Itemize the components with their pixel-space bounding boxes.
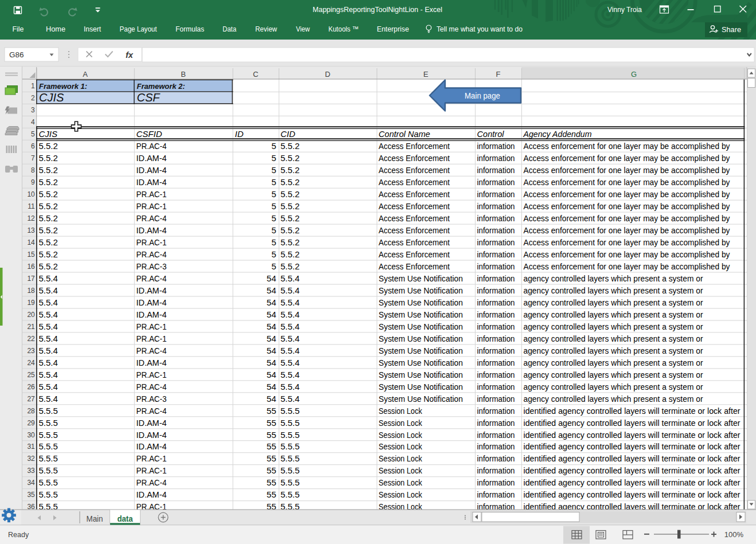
svg-text:ID.AM-4: ID.AM-4 <box>137 490 167 499</box>
svg-text:identified agency controlled l: identified agency controlled layers will… <box>524 490 741 499</box>
svg-text:5.5.2: 5.5.2 <box>280 213 299 223</box>
svg-text:identified agency controlled l: identified agency controlled layers will… <box>524 478 741 487</box>
svg-text:information: information <box>477 322 515 331</box>
svg-text:5: 5 <box>271 225 276 235</box>
svg-text:Access enforcement for one lay: Access enforcement for one layer may be … <box>524 189 730 199</box>
svg-text:B: B <box>181 70 186 79</box>
svg-text:5.5.2: 5.5.2 <box>280 225 299 235</box>
svg-text:information: information <box>477 213 515 223</box>
svg-text:Control: Control <box>477 129 505 139</box>
svg-text:information: information <box>477 141 515 151</box>
svg-text:PR.AC-3: PR.AC-3 <box>137 261 167 271</box>
svg-text:A: A <box>83 70 88 79</box>
svg-text:Session Lock: Session Lock <box>379 406 422 416</box>
svg-text:30: 30 <box>27 431 35 439</box>
svg-text:Formulas: Formulas <box>176 25 204 33</box>
svg-text:information: information <box>477 478 515 487</box>
svg-text:System Use Notification: System Use Notification <box>379 394 463 404</box>
svg-text:Access Enforcement: Access Enforcement <box>379 177 450 187</box>
svg-text:5.5.5: 5.5.5 <box>39 465 58 475</box>
svg-text:information: information <box>477 310 515 319</box>
svg-text:identified agency controlled l: identified agency controlled layers will… <box>524 441 741 451</box>
svg-text:Enterprise: Enterprise <box>377 25 409 33</box>
svg-text:5.5.4: 5.5.4 <box>39 273 58 283</box>
svg-text:Session Lock: Session Lock <box>379 430 422 440</box>
svg-text:5.5.4: 5.5.4 <box>280 322 299 331</box>
svg-text:PR.AC-4: PR.AC-4 <box>137 346 167 355</box>
svg-text:Share: Share <box>722 25 741 34</box>
svg-text:15: 15 <box>27 251 35 259</box>
svg-text:identified agency controlled l: identified agency controlled layers will… <box>524 418 741 428</box>
svg-text:System Use Notification: System Use Notification <box>379 298 463 307</box>
svg-text:Session Lock: Session Lock <box>379 441 422 451</box>
svg-text:23: 23 <box>27 347 35 355</box>
svg-text:5.5.4: 5.5.4 <box>39 370 58 379</box>
svg-text:5.5.5: 5.5.5 <box>39 490 58 499</box>
svg-text:information: information <box>477 249 515 259</box>
svg-text:Session Lock: Session Lock <box>379 418 422 428</box>
svg-text:Framework 1:: Framework 1: <box>39 82 87 91</box>
svg-text:Access enforcement for one lay: Access enforcement for one layer may be … <box>524 225 730 235</box>
svg-text:CJIS: CJIS <box>39 91 64 104</box>
svg-text:Access Enforcement: Access Enforcement <box>379 261 450 271</box>
svg-text:25: 25 <box>27 371 35 379</box>
svg-text:agency controlled layers which: agency controlled layers which present a… <box>524 322 703 331</box>
svg-text:5: 5 <box>271 153 276 163</box>
svg-text:System Use Notification: System Use Notification <box>379 322 463 331</box>
svg-text:5.5.2: 5.5.2 <box>39 177 58 187</box>
svg-text:Session Lock: Session Lock <box>379 465 422 475</box>
svg-text:Tell me what you want to do: Tell me what you want to do <box>437 25 523 33</box>
svg-text:5.5.5: 5.5.5 <box>39 418 58 428</box>
svg-text:PR.AC-4: PR.AC-4 <box>137 406 167 416</box>
svg-text:agency controlled layers which: agency controlled layers which present a… <box>524 285 703 295</box>
svg-text:5.5.4: 5.5.4 <box>39 334 58 343</box>
svg-text:5.5.4: 5.5.4 <box>39 298 58 307</box>
svg-text:Access enforcement for one lay: Access enforcement for one layer may be … <box>524 261 730 271</box>
svg-text:Vinny Troia: Vinny Troia <box>607 5 642 14</box>
svg-text:5.5.4: 5.5.4 <box>280 346 299 355</box>
svg-text:PR.AC-1: PR.AC-1 <box>137 453 167 463</box>
svg-text:5.5.2: 5.5.2 <box>39 189 58 199</box>
svg-text:information: information <box>477 237 515 247</box>
svg-text:5.5.2: 5.5.2 <box>280 177 299 187</box>
svg-text:5.5.5: 5.5.5 <box>280 418 299 428</box>
svg-text:5.5.4: 5.5.4 <box>280 310 299 319</box>
svg-text:ID.AM-4: ID.AM-4 <box>137 153 167 163</box>
svg-text:identified agency controlled l: identified agency controlled layers will… <box>524 430 741 440</box>
svg-text:5.5.4: 5.5.4 <box>280 394 299 404</box>
svg-text:35: 35 <box>27 491 35 499</box>
svg-text:13: 13 <box>27 226 35 234</box>
svg-text:Session Lock: Session Lock <box>379 478 422 487</box>
svg-text:5.5.4: 5.5.4 <box>39 358 58 367</box>
svg-text:CSFID: CSFID <box>137 129 162 139</box>
svg-text:Access enforcement for one lay: Access enforcement for one layer may be … <box>524 213 730 223</box>
svg-text:Access Enforcement: Access Enforcement <box>379 213 450 223</box>
svg-text:5.5.2: 5.5.2 <box>39 237 58 247</box>
svg-text:identified agency controlled l: identified agency controlled layers will… <box>524 406 741 416</box>
svg-text:54: 54 <box>267 370 276 379</box>
svg-text:14: 14 <box>27 238 35 246</box>
svg-text:information: information <box>477 201 515 211</box>
svg-text:information: information <box>477 490 515 499</box>
svg-text:Access Enforcement: Access Enforcement <box>379 249 450 259</box>
svg-text:Access Enforcement: Access Enforcement <box>379 225 450 235</box>
svg-text:System Use Notification: System Use Notification <box>379 273 463 283</box>
svg-text:55: 55 <box>267 430 276 440</box>
svg-text:54: 54 <box>267 382 276 392</box>
svg-text:PR.AC-1: PR.AC-1 <box>137 237 167 247</box>
svg-text:5.5.2: 5.5.2 <box>39 249 58 259</box>
svg-text:Access enforcement for one lay: Access enforcement for one layer may be … <box>524 153 730 163</box>
svg-text:information: information <box>477 298 515 307</box>
svg-text:Main: Main <box>87 514 103 523</box>
svg-text:View: View <box>296 25 310 33</box>
svg-text:agency controlled layers which: agency controlled layers which present a… <box>524 382 703 392</box>
svg-text:21: 21 <box>27 323 35 331</box>
svg-text:54: 54 <box>267 310 276 319</box>
svg-text:information: information <box>477 273 515 283</box>
svg-text:agency controlled layers which: agency controlled layers which present a… <box>524 310 703 319</box>
svg-text:PR.AC-4: PR.AC-4 <box>137 382 167 392</box>
svg-text:54: 54 <box>267 334 276 343</box>
svg-text:5: 5 <box>271 249 276 259</box>
svg-text:55: 55 <box>267 478 276 487</box>
svg-text:CSF: CSF <box>137 91 161 104</box>
